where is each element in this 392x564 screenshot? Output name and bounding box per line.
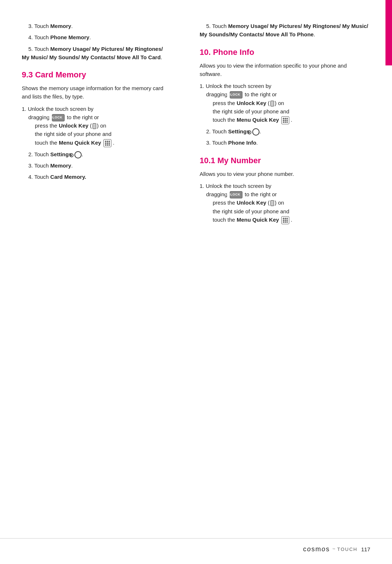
trademark-symbol: ™ xyxy=(332,548,335,551)
right-101-step-1: 1. Unlock the touch screen by dragging U… xyxy=(200,182,370,224)
step-bold: Menu Quick Key xyxy=(237,217,279,223)
left-93-step-1: 1. Unlock the touch screen by dragging U… xyxy=(22,105,171,147)
step-bold: Memory xyxy=(50,162,72,169)
left-item-5: 5. Touch Memory Usage/ My Pictures/ My R… xyxy=(22,45,171,62)
unlock-button-icon: UNLOCK xyxy=(52,114,65,121)
menu-quick-key-icon xyxy=(281,216,289,224)
step-bold: Unlock Key xyxy=(59,122,89,129)
right-10-step-3: 3. Touch Phone Info. xyxy=(200,138,370,147)
step-num: 3. xyxy=(206,140,211,146)
step-num: 1. xyxy=(22,106,26,112)
section-93-heading: 9.3 Card Memory xyxy=(22,70,171,80)
step-bold: Memory Usage/ My Pictures/ My Ringtones/… xyxy=(200,23,368,37)
step-bold: Settings xyxy=(50,151,72,157)
step-bold: Unlock Key xyxy=(237,200,266,206)
step-bold: Card Memory. xyxy=(50,174,86,180)
content-columns: 3. Touch Memory. 4. Touch Phone Memory. … xyxy=(22,22,370,535)
right-column: 5. Touch Memory Usage/ My Pictures/ My R… xyxy=(200,22,370,535)
settings-icon xyxy=(252,128,260,136)
step-bold: Unlock Key xyxy=(237,100,266,106)
step-bold: Memory Usage/ My Pictures/ My Ringtones/… xyxy=(22,46,163,60)
menu-quick-key-icon xyxy=(281,116,289,124)
step-num: 1. xyxy=(200,183,204,189)
step-bold: Memory xyxy=(50,23,72,29)
unlock-key-icon xyxy=(270,101,274,106)
step-num: 3. xyxy=(28,23,33,29)
step-num: 5. xyxy=(28,46,33,52)
right-10-step-2: 2. Touch Settings . xyxy=(200,127,370,136)
unlock-button-icon: UNLOCK xyxy=(230,91,243,98)
unlock-key-icon xyxy=(93,123,96,129)
settings-icon xyxy=(74,151,82,158)
step-bold: Menu Quick Key xyxy=(59,140,101,146)
step-bold: Menu Quick Key xyxy=(237,117,279,123)
left-93-step-2: 2. Touch Settings . xyxy=(22,150,171,158)
footer-separator xyxy=(0,538,392,539)
step-num: 5. xyxy=(206,23,211,29)
section-93-description: Shows the memory usage information for t… xyxy=(22,84,171,101)
step-bold: Phone Info xyxy=(228,140,257,146)
right-item-5: 5. Touch Memory Usage/ My Pictures/ My R… xyxy=(200,22,370,39)
unlock-key-icon xyxy=(270,200,274,206)
footer-page-number: 117 xyxy=(361,546,370,552)
section-10-heading: 10. Phone Info xyxy=(200,48,370,57)
step-num: 2. xyxy=(28,151,33,157)
step-num: 3. xyxy=(28,162,33,169)
unlock-button-icon: UNLOCK xyxy=(230,191,243,198)
left-column: 3. Touch Memory. 4. Touch Phone Memory. … xyxy=(22,22,178,535)
left-93-step-3: 3. Touch Memory. xyxy=(22,161,171,170)
footer-logo: cosmos xyxy=(303,545,330,553)
step-bold: Phone Memory xyxy=(50,34,90,40)
footer: cosmos ™ TOUCH 117 xyxy=(303,545,370,553)
footer-touch-label: TOUCH xyxy=(337,547,358,552)
section-10-description: Allows you to view the information speci… xyxy=(200,61,370,78)
page: 3. Touch Memory. 4. Touch Phone Memory. … xyxy=(0,0,392,564)
step-bold: Settings xyxy=(228,128,250,134)
step-num: 2. xyxy=(206,128,211,134)
section-101-heading: 10.1 My Number xyxy=(200,156,370,165)
accent-bar xyxy=(385,0,392,65)
menu-quick-key-icon xyxy=(103,139,111,147)
left-item-4: 4. Touch Phone Memory. xyxy=(22,33,171,41)
step-num: 4. xyxy=(28,34,33,40)
left-item-3: 3. Touch Memory. xyxy=(22,22,171,30)
step-num: 1. xyxy=(200,83,204,89)
left-93-step-4: 4. Touch Card Memory. xyxy=(22,173,171,181)
section-101-description: Allows you to view your phone number. xyxy=(200,170,370,178)
step-num: 4. xyxy=(28,174,33,180)
right-10-step-1: 1. Unlock the touch screen by dragging U… xyxy=(200,82,370,124)
